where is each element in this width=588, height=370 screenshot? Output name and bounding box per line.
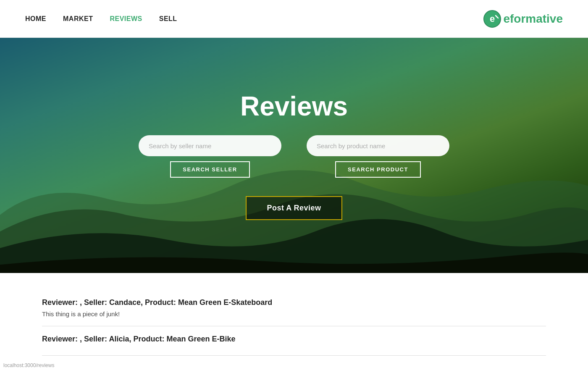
product-search-input[interactable]: [307, 135, 449, 156]
logo-text: eformative: [503, 12, 563, 26]
nav-market[interactable]: MARKET: [63, 15, 93, 23]
product-search-group: SEARCH PRODUCT: [307, 135, 449, 178]
svg-text:e: e: [490, 13, 495, 24]
review-item-2: Reviewer: , Seller: Alicia, Product: Mea…: [42, 326, 546, 356]
post-review-button[interactable]: Post A Review: [246, 196, 342, 220]
nav-sell[interactable]: SELL: [159, 15, 177, 23]
logo[interactable]: e eformative: [483, 10, 563, 28]
search-product-button[interactable]: SEARCH PRODUCT: [335, 161, 421, 178]
review-title-2: Reviewer: , Seller: Alicia, Product: Mea…: [42, 335, 546, 344]
search-row: SEARCH SELLER SEARCH PRODUCT: [139, 135, 449, 178]
review-title-1: Reviewer: , Seller: Candace, Product: Me…: [42, 298, 546, 307]
seller-search-group: SEARCH SELLER: [139, 135, 281, 178]
nav-home[interactable]: HOME: [25, 15, 46, 23]
hero-content: Reviews SEARCH SELLER SEARCH PRODUCT Pos…: [0, 91, 588, 220]
hero-title: Reviews: [240, 91, 348, 122]
logo-icon: e: [483, 10, 501, 28]
review-item: Reviewer: , Seller: Candace, Product: Me…: [42, 290, 546, 326]
search-seller-button[interactable]: SEARCH SELLER: [170, 161, 249, 178]
hero-section: Reviews SEARCH SELLER SEARCH PRODUCT Pos…: [0, 38, 588, 273]
review-body-1: This thing is a piece of junk!: [42, 310, 546, 318]
nav-links: HOME MARKET REVIEWS SELL: [25, 15, 177, 23]
reviews-section: Reviewer: , Seller: Candace, Product: Me…: [0, 273, 588, 370]
seller-search-input[interactable]: [139, 135, 281, 156]
navbar: HOME MARKET REVIEWS SELL e eformative: [0, 0, 588, 38]
nav-reviews[interactable]: REVIEWS: [110, 15, 142, 23]
bottom-hint: localhost:3000/reviews: [0, 361, 58, 370]
